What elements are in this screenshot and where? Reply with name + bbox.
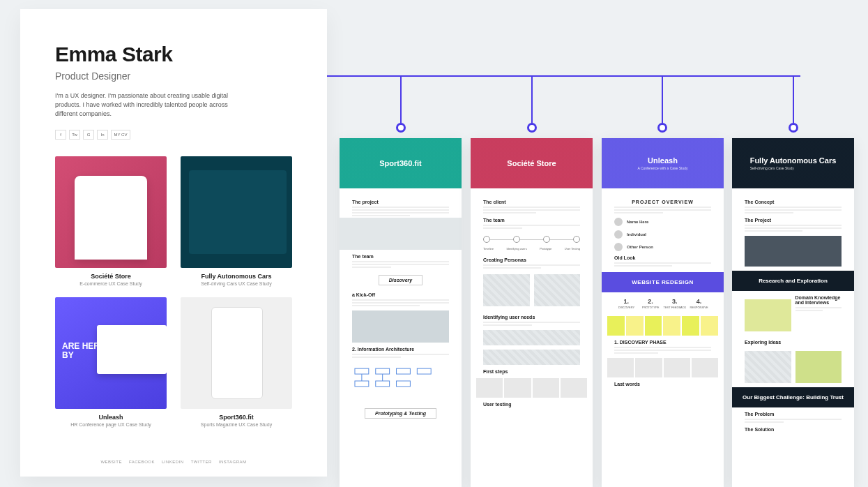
section-heading: The team xyxy=(352,254,449,259)
section-heading: Identifying user needs xyxy=(483,315,580,320)
wireframe-row xyxy=(476,378,587,398)
google-icon[interactable]: G xyxy=(83,130,94,140)
svg-rect-0 xyxy=(355,368,369,374)
connector-vertical xyxy=(531,75,533,128)
phase-chip: Discovery xyxy=(379,275,422,285)
section-heading: First steps xyxy=(483,369,580,374)
connector-node xyxy=(396,123,406,133)
case-study-unleash[interactable]: Unleash A Conference with a Case Study P… xyxy=(602,138,724,487)
twitter-icon[interactable]: Tw xyxy=(69,130,80,140)
project-subtitle: E-commerce UX Case Study xyxy=(55,281,167,286)
sketch-photo xyxy=(745,351,791,383)
footer-link[interactable]: FACEBOOK xyxy=(129,460,155,464)
connector-node xyxy=(789,123,798,133)
case-hero: Unleash A Conference with a Case Study xyxy=(602,138,724,188)
section-heading: The team xyxy=(483,218,580,223)
connector-node xyxy=(527,123,537,133)
sketch-photo xyxy=(795,351,842,383)
sticky-notes xyxy=(607,316,718,336)
go-button: GO xyxy=(200,244,227,253)
case-hero-sub: Self-driving cars Case Study xyxy=(750,166,837,170)
clock: 12:05 xyxy=(267,174,280,179)
research-photo xyxy=(745,299,791,331)
process-diagram xyxy=(483,236,580,243)
project-thumb: We are going Home Estimated time 13 min … xyxy=(181,156,292,268)
section-heading: Exploring Ideas xyxy=(745,340,842,345)
connector-node xyxy=(657,123,667,133)
section-heading: Domain Knowledge and Interviews xyxy=(795,295,842,305)
project-grid: Société Store E-commerce UX Case Study W… xyxy=(55,156,292,427)
project-card-sport[interactable]: Sport360.fit Sports Magazine UX Case Stu… xyxy=(181,297,292,427)
case-hero-title: Fully Autonomous Cars xyxy=(750,156,837,165)
section-heading: PROJECT OVERVIEW xyxy=(614,200,711,204)
case-study-societe[interactable]: Société Store The client The team Timeli… xyxy=(471,138,593,487)
project-title: Société Store xyxy=(55,273,167,280)
portfolio-page: Emma Stark Product Designer I'm a UX des… xyxy=(20,9,327,477)
change-label: Change xyxy=(241,247,255,251)
connector-vertical xyxy=(793,75,794,128)
persona-image xyxy=(483,274,530,306)
unleash-text: ARE HERE: ND OF KING BY xyxy=(62,342,167,359)
svg-rect-3 xyxy=(417,368,431,374)
project-card-societe[interactable]: Société Store E-commerce UX Case Study xyxy=(55,156,167,286)
section-heading: Creating Personas xyxy=(483,257,580,262)
project-thumb xyxy=(181,297,292,409)
project-title: Sport360.fit xyxy=(181,414,292,421)
section-heading: The project xyxy=(352,200,449,204)
project-subtitle: Sports Magazine UX Case Study xyxy=(181,422,292,427)
section-heading: The Problem xyxy=(745,412,842,417)
section-heading: The Concept xyxy=(745,200,842,204)
hero-photo xyxy=(340,218,462,250)
connector-horizontal xyxy=(327,75,800,77)
case-study-auto[interactable]: Fully Autonomous Cars Self-driving cars … xyxy=(732,138,854,487)
case-hero: Fully Autonomous Cars Self-driving cars … xyxy=(732,138,854,188)
designer-role: Product Designer xyxy=(55,70,292,82)
linkedin-icon[interactable]: In xyxy=(97,130,108,140)
case-study-sport[interactable]: Sport360.fit The project The team Discov… xyxy=(340,138,462,487)
wireframe-row xyxy=(607,358,718,377)
section-heading: a Kick-Off xyxy=(352,292,449,297)
case-hero: Sport360.fit xyxy=(340,138,462,188)
svg-rect-2 xyxy=(397,368,411,374)
section-heading: The Solution xyxy=(745,427,842,432)
meeting-photo xyxy=(352,310,449,343)
project-title: Unleash xyxy=(55,414,167,421)
avatar xyxy=(614,230,623,239)
cv-button[interactable]: MY CV xyxy=(111,130,130,140)
svg-rect-1 xyxy=(376,368,390,374)
svg-rect-7 xyxy=(376,381,390,387)
section-heading: Old Look xyxy=(614,255,711,260)
svg-rect-8 xyxy=(397,381,411,387)
connector-vertical xyxy=(400,75,402,128)
facebook-icon[interactable]: f xyxy=(55,130,66,140)
section-heading: 1. DISCOVERY PHASE xyxy=(614,340,711,345)
section-heading: The client xyxy=(483,200,580,204)
project-title: Fully Autonomous Cars xyxy=(181,273,292,280)
section-heading: Last words xyxy=(614,382,711,387)
footer-link[interactable]: WEBSITE xyxy=(100,460,122,464)
designer-name: Emma Stark xyxy=(55,43,292,66)
connector-vertical xyxy=(662,75,663,128)
footer-link[interactable]: TWITTER xyxy=(191,460,212,464)
persona-image xyxy=(534,274,581,306)
needs-chart xyxy=(483,350,580,365)
footer-link[interactable]: INSTAGRAM xyxy=(219,460,247,464)
case-hero: Société Store xyxy=(471,138,593,188)
project-subtitle: Self-driving Cars UX Case Study xyxy=(181,281,292,286)
auto-mock-text: We are going Home Estimated time 13 min xyxy=(197,187,225,227)
svg-rect-6 xyxy=(355,381,369,387)
footer-links: WEBSITE FACEBOOK LINKEDIN TWITTER INSTAG… xyxy=(20,460,327,464)
project-thumb: ARE HERE: ND OF KING BY xyxy=(55,297,167,409)
case-hero-title: Société Store xyxy=(507,159,556,167)
designer-bio: I'm a UX designer. I'm passionate about … xyxy=(55,91,250,119)
case-hero-title: Sport360.fit xyxy=(379,159,422,167)
project-card-unleash[interactable]: ARE HERE: ND OF KING BY Unleash HR Confe… xyxy=(55,297,167,427)
avatar xyxy=(614,243,623,251)
project-card-auto[interactable]: We are going Home Estimated time 13 min … xyxy=(181,156,292,286)
section-banner: Research and Exploration xyxy=(732,271,854,291)
process-steps: 1.DISCOVERY 2.PROTOTYPE 3.TEST FEEDBACK … xyxy=(614,298,711,309)
project-thumb xyxy=(55,156,167,268)
footer-link[interactable]: LINKEDIN xyxy=(162,460,184,464)
project-subtitle: HR Conference page UX Case Study xyxy=(55,422,167,427)
needs-chart xyxy=(483,330,580,345)
